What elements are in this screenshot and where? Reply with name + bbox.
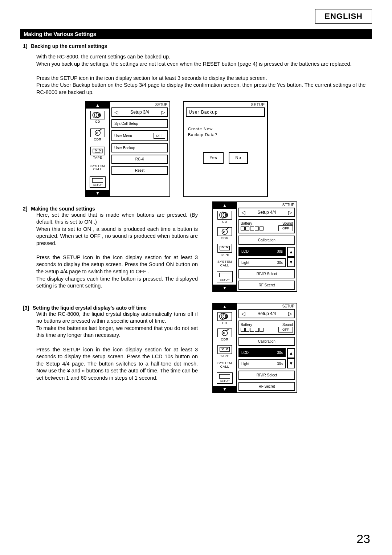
scroll-down-icon[interactable]: ▼ <box>86 190 109 196</box>
lcd-time-button[interactable]: LCD 30s <box>238 348 286 357</box>
lcd-main-area: SETUP ◁ Setup 4/4 ▷ Battery Sound <box>236 202 297 291</box>
button-label: RF Secret <box>258 283 275 287</box>
lcd-title: User Backup <box>189 110 218 115</box>
sys-call-setup-button[interactable]: Sys.Call Setup <box>111 119 168 128</box>
svg-point-30 <box>226 348 228 350</box>
manual-page: ENGLISH Making the Various Settings 1] B… <box>0 0 392 555</box>
button-label: Calibration <box>258 339 275 343</box>
sidebar-item-cdr[interactable]: CDR <box>87 128 108 142</box>
lcd-title-row: User Backup <box>186 107 265 117</box>
button-label: User Menu <box>114 134 132 138</box>
sidebar-item-label: SYSTEMCALL <box>87 164 108 172</box>
yes-button[interactable]: Yes <box>203 152 224 163</box>
sidebar-item-tape[interactable]: TAPE <box>215 244 235 257</box>
sidebar-item-setup[interactable]: SETUP <box>90 176 106 188</box>
reset-button[interactable]: Reset <box>111 166 168 175</box>
button-label: Light <box>241 261 249 265</box>
paragraph: The display changes each time the button… <box>36 276 198 290</box>
battery-sound-row[interactable]: Battery Sound OFF <box>238 321 295 335</box>
sidebar-item-tape[interactable]: TAPE <box>87 147 108 160</box>
scroll-up-icon[interactable]: ▲ <box>213 202 236 209</box>
lcd-screen-user-backup: SETUP User Backup Create New Backup Data… <box>183 101 268 197</box>
prev-icon[interactable]: ◁ <box>241 311 245 316</box>
svg-point-16 <box>223 231 224 232</box>
item-number: 1] <box>23 43 27 49</box>
sidebar-item-cdr[interactable]: CDR <box>215 227 235 240</box>
light-time-button[interactable]: Light 30s <box>238 258 286 267</box>
sound-label: Sound <box>282 323 293 327</box>
sidebar-item-cdr[interactable]: CDR <box>215 328 235 342</box>
user-menu-state: OFF <box>154 133 165 139</box>
scroll-down-icon[interactable]: ▼ <box>213 386 236 392</box>
svg-point-5 <box>96 132 97 134</box>
scroll-up-icon[interactable]: ▲ <box>86 102 109 109</box>
body-text: Here, set the sound that is made when bu… <box>36 212 198 290</box>
setup-icon <box>92 178 103 183</box>
body-text: With the RC-8000, the liquid crystal dis… <box>36 311 198 382</box>
next-icon[interactable]: ▷ <box>288 210 292 215</box>
svg-point-20 <box>226 247 228 248</box>
rf-secret-button[interactable]: RF Secret <box>238 382 295 391</box>
calibration-button[interactable]: Calibration <box>238 337 295 346</box>
sidebar-item-system-call[interactable]: SYSTEMCALL <box>87 164 108 172</box>
sidebar-item-cd[interactable]: CD <box>87 111 108 124</box>
sidebar-item-cd[interactable]: CD <box>215 211 235 224</box>
item-heading: 1] Backing up the current settings <box>23 43 372 49</box>
lcd-time-button[interactable]: LCD 30s <box>238 247 286 256</box>
user-backup-button[interactable]: User Backup <box>111 143 168 152</box>
svg-line-27 <box>226 329 230 331</box>
prev-icon[interactable]: ◁ <box>241 210 245 215</box>
decrement-button[interactable]: ▼ <box>287 257 295 267</box>
mode-label: SETUP <box>282 304 294 308</box>
user-menu-button[interactable]: User Menu OFF <box>111 130 168 141</box>
lcd-sidebar: ▲ CD CDR TAPE <box>213 303 236 392</box>
sidebar-item-system-call[interactable]: SYSTEMCALL <box>215 362 235 369</box>
sound-label: Sound <box>282 221 293 225</box>
tape-icon <box>90 147 105 155</box>
increment-button[interactable]: ▲ <box>287 348 295 358</box>
next-icon[interactable]: ▷ <box>288 311 292 316</box>
light-time-button[interactable]: Light 30s <box>238 359 286 368</box>
lcd-value: 30s <box>277 249 283 253</box>
lcd-title-row: ◁ Setup 4/4 ▷ <box>238 208 295 217</box>
setup-icon <box>219 374 230 379</box>
next-icon[interactable]: ▷ <box>161 110 165 115</box>
sidebar-item-label: SETUP <box>217 379 232 383</box>
rf-ir-select-button[interactable]: RF/IR Select <box>238 269 295 278</box>
scroll-down-icon[interactable]: ▼ <box>213 285 236 291</box>
increment-button[interactable]: ▲ <box>287 247 295 257</box>
sidebar-item-label: CD <box>222 220 227 224</box>
calibration-button[interactable]: Calibration <box>238 236 295 245</box>
decrement-button[interactable]: ▼ <box>287 358 295 368</box>
sidebar-item-cd[interactable]: CD <box>215 312 235 325</box>
lcd-title: Setup 4/4 <box>257 311 276 316</box>
prev-icon[interactable]: ◁ <box>114 110 118 115</box>
sidebar-item-setup[interactable]: SETUP <box>217 271 233 282</box>
no-button[interactable]: No <box>229 152 248 163</box>
dialog-text: Create New <box>188 126 263 132</box>
sidebar-item-tape[interactable]: TAPE <box>215 345 235 358</box>
battery-sound-row[interactable]: Battery Sound OFF <box>238 219 295 233</box>
battery-label: Battery <box>241 221 252 225</box>
mode-label: SETUP <box>155 103 167 107</box>
rf-ir-select-button[interactable]: RF/IR Select <box>238 371 295 380</box>
cd-icon <box>217 211 232 220</box>
item-number: 2] <box>23 206 27 212</box>
battery-bars-icon <box>241 227 264 230</box>
scroll-up-icon[interactable]: ▲ <box>213 303 236 310</box>
svg-point-9 <box>99 150 101 151</box>
rcx-button[interactable]: RC-X <box>111 155 168 164</box>
language-badge: ENGLISH <box>315 9 372 24</box>
paragraph: Here, set the sound that is made when bu… <box>36 212 198 226</box>
sidebar-item-system-call[interactable]: SYSTEMCALL <box>215 260 235 268</box>
button-label: LCD <box>241 351 249 355</box>
svg-point-26 <box>223 332 224 334</box>
item-title: Setting the liquid crystal display's aut… <box>33 305 147 311</box>
item-heading: [3] Setting the liquid crystal display's… <box>23 305 198 311</box>
tape-icon <box>217 345 232 354</box>
lcd-title-row: ◁ Setup 4/4 ▷ <box>238 309 295 318</box>
rf-secret-button[interactable]: RF Secret <box>238 281 295 290</box>
sidebar-item-setup[interactable]: SETUP <box>217 372 233 384</box>
svg-point-19 <box>222 247 223 248</box>
paragraph: With the RC-8000, the liquid crystal dis… <box>36 311 198 325</box>
